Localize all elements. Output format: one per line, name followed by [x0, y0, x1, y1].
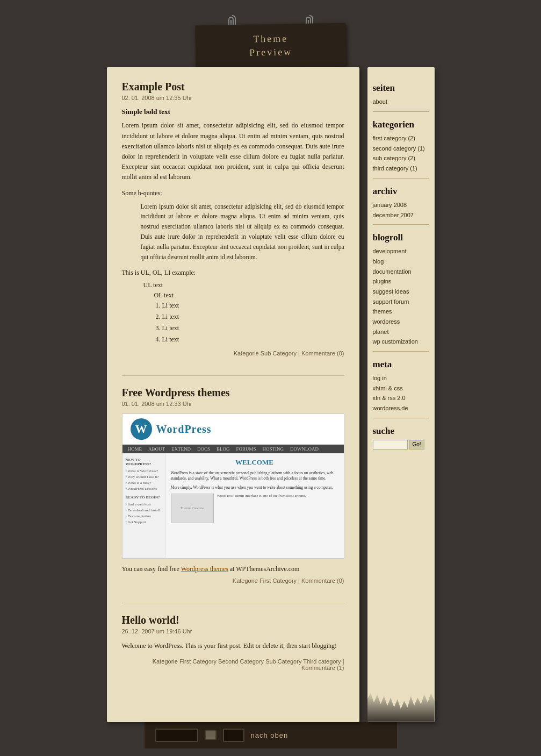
search-section: suche Go!	[373, 426, 429, 450]
sidebar-item-xhtml[interactable]: xhtml & css	[373, 383, 429, 394]
sidebar-item-suggest[interactable]: suggest ideas	[373, 287, 429, 297]
post-meta-example: Kategorie Sub Category | Kommentare (0)	[122, 350, 344, 356]
sidebar-item-themes[interactable]: themes	[373, 306, 429, 317]
wordpress-themes-link[interactable]: Wordpress themes	[181, 565, 228, 573]
list-item: Li text	[162, 324, 344, 332]
divider-1	[122, 375, 344, 376]
banner-line2: Preview	[249, 46, 292, 58]
post-title-example: Example Post	[122, 81, 344, 93]
post-title-hello: Hello world!	[122, 614, 344, 626]
banner-paper: Theme Preview	[195, 23, 346, 69]
list-item: Li text	[162, 313, 344, 321]
sidebar-item-third-category[interactable]: third category (1)	[373, 163, 429, 174]
list-item: Li text	[162, 336, 344, 344]
sidebar-divider-1	[373, 111, 429, 112]
sidebar-item-xfn[interactable]: xfn & rss 2.0	[373, 393, 429, 403]
wp-nav-home[interactable]: HOME	[128, 446, 142, 452]
post-subtitle-example: Simple bold text	[122, 108, 344, 116]
wp-nav-extend[interactable]: EXTEND	[171, 446, 191, 452]
page-wrapper: Theme Preview Example Post 02. 01. 2008 …	[0, 0, 541, 756]
footer-strip: nach oben	[0, 722, 541, 748]
wp-logo-circle: W	[131, 418, 152, 440]
cat-first-link[interactable]: First Category	[179, 658, 217, 665]
sidebar-item-plugins[interactable]: plugins	[373, 276, 429, 287]
wp-brand: WordPress	[156, 423, 212, 436]
sidebar-item-support[interactable]: support forum	[373, 297, 429, 307]
sidebar-divider-3	[373, 224, 429, 225]
buckle	[205, 730, 217, 740]
post-blockquote-example: Lorem ipsum dolor sit amet, consectetur …	[141, 202, 344, 263]
wp-main: WELCOME WordPress is a state-of-the-art …	[165, 453, 344, 558]
post-date-hello: 26. 12. 2007 um 19:46 Uhr	[122, 628, 344, 634]
cat-second-link[interactable]: Second Category	[218, 658, 264, 665]
divider-2	[122, 603, 344, 603]
li-list: Li text Li text Li text Li text	[162, 302, 344, 344]
post-meta-hello: Kategorie First Category Second Category…	[122, 658, 344, 671]
sidebar-item-planet[interactable]: planet	[373, 327, 429, 337]
search-button[interactable]: Go!	[409, 440, 424, 450]
sidebar: seiten about kategorien first category (…	[367, 67, 435, 722]
sidebar-item-january[interactable]: january 2008	[373, 200, 429, 210]
ul-text: UL text	[143, 281, 344, 289]
sidebar-title-blogroll: blogroll	[373, 232, 429, 243]
layout-row: Example Post 02. 01. 2008 um 12:35 Uhr S…	[0, 67, 541, 722]
wp-nav: HOME ABOUT EXTEND DOCS BLOG FORUMS HOSTI…	[122, 445, 344, 453]
banner-line1: Theme	[253, 33, 288, 44]
sidebar-title-seiten: seiten	[373, 83, 429, 94]
wp-nav-docs[interactable]: DOCS	[197, 446, 210, 452]
post-meta-wordpress: Kategorie First Category | Kommentare (0…	[122, 577, 344, 584]
banner-inner: Theme Preview	[196, 24, 346, 67]
cat-sub-link[interactable]: Sub Category	[265, 658, 301, 665]
sidebar-item-about[interactable]: about	[373, 97, 429, 107]
sidebar-item-wpcustomization[interactable]: wp customization	[373, 337, 429, 347]
wp-content-area: NEW TO WORDPRESS? • What is WordPress? •…	[122, 453, 344, 558]
post-wordpress: Free Wordpress themes 01. 01. 2008 um 12…	[122, 387, 344, 584]
sidebar-item-sub-category[interactable]: sub category (2)	[373, 153, 429, 163]
wp-nav-hosting[interactable]: HOSTING	[263, 446, 284, 452]
nach-oben-label[interactable]: nach oben	[251, 731, 288, 739]
wp-header: W WordPress	[122, 414, 344, 445]
sidebar-title-archiv: archiv	[373, 186, 429, 197]
footer-inner: nach oben	[145, 722, 397, 748]
post-section2-example: Some b-quotes:	[122, 189, 344, 197]
sidebar-item-wordpress[interactable]: wordpress	[373, 317, 429, 327]
sidebar-item-second-category[interactable]: second category (1)	[373, 144, 429, 154]
sidebar-divider-2	[373, 178, 429, 179]
belt-left	[155, 729, 198, 742]
post-list-example: UL text OL text Li text Li text Li text …	[143, 281, 344, 344]
wordpress-screenshot: W WordPress HOME ABOUT EXTEND DOCS BLOG …	[122, 413, 344, 559]
sidebar-title-meta: meta	[373, 359, 429, 370]
wp-nav-blog[interactable]: BLOG	[217, 446, 230, 452]
post-section3-example: This is UL, OL, LI example:	[122, 269, 344, 277]
wp-nav-forums[interactable]: FORUMS	[236, 446, 256, 452]
sidebar-divider-5	[373, 418, 429, 418]
belt-right	[223, 729, 244, 742]
sidebar-item-december[interactable]: december 2007	[373, 210, 429, 220]
search-input[interactable]	[373, 440, 408, 450]
sidebar-item-wpde[interactable]: wordpress.de	[373, 403, 429, 413]
banner-area: Theme Preview	[0, 0, 541, 67]
post-hello: Hello world! 26. 12. 2007 um 19:46 Uhr W…	[122, 614, 344, 671]
wp-sidebar: NEW TO WORDPRESS? • What is WordPress? •…	[122, 453, 165, 558]
search-row: Go!	[373, 440, 429, 450]
main-content: Example Post 02. 01. 2008 um 12:35 Uhr S…	[107, 67, 359, 722]
sidebar-item-development[interactable]: development	[373, 246, 429, 256]
post-example: Example Post 02. 01. 2008 um 12:35 Uhr S…	[122, 81, 344, 356]
sidebar-title-kategorien: kategorien	[373, 119, 429, 130]
sidebar-item-documentation[interactable]: documentation	[373, 267, 429, 277]
post-date-example: 02. 01. 2008 um 12:35 Uhr	[122, 95, 344, 101]
wp-nav-about[interactable]: ABOUT	[148, 446, 165, 452]
post-body-example: Lorem ipsum dolor sit amet, consectetur …	[122, 120, 344, 182]
post-date-wordpress: 01. 01. 2008 um 12:33 Uhr	[122, 401, 344, 407]
wp-nav-download[interactable]: DOWNLOAD	[290, 446, 319, 452]
sidebar-item-login[interactable]: log in	[373, 373, 429, 383]
free-text: You can easy find free Wordpress themes …	[122, 565, 344, 573]
sidebar-title-suche: suche	[373, 426, 429, 437]
sidebar-divider-4	[373, 351, 429, 352]
sidebar-item-blog[interactable]: blog	[373, 256, 429, 267]
post-title-wordpress: Free Wordpress themes	[122, 387, 344, 399]
cat-third-link[interactable]: Third category	[303, 658, 341, 665]
sidebar-item-first-category[interactable]: first category (2)	[373, 133, 429, 144]
list-item: Li text	[162, 302, 344, 310]
ol-text: OL text	[154, 291, 344, 299]
